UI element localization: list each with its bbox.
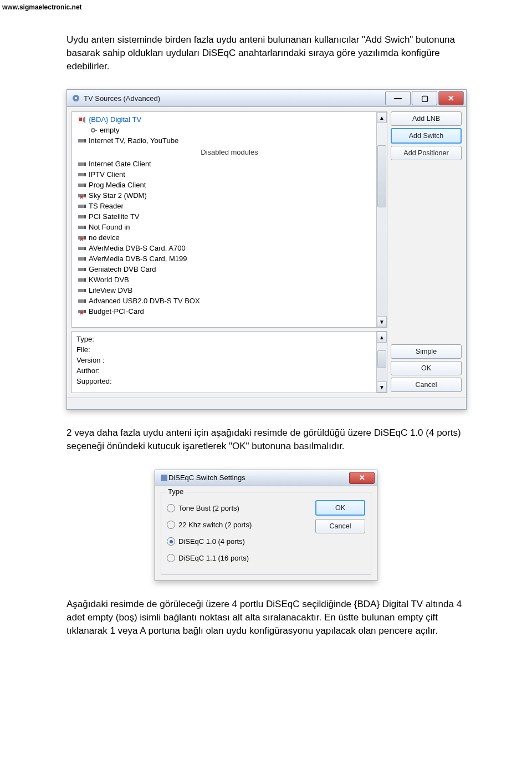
radio-tone-bust[interactable]: Tone Bust (2 ports) <box>167 500 309 517</box>
tree-row[interactable]: Prog Media Client <box>72 180 387 190</box>
svg-rect-40 <box>161 475 167 481</box>
module-icon <box>78 170 86 179</box>
window-title: DiSEqC Switch Settings <box>168 473 349 482</box>
module-icon <box>78 276 86 284</box>
svg-rect-35 <box>78 299 84 303</box>
tv-sources-window: TV Sources (Advanced) — ▢ ✕ {BDA} Digita… <box>66 89 467 410</box>
svg-rect-9 <box>78 173 84 176</box>
svg-rect-11 <box>78 184 84 187</box>
module-icon <box>78 265 86 274</box>
module-icon <box>78 136 86 145</box>
info-author: Author: <box>76 365 382 376</box>
add-switch-button[interactable]: Add Switch <box>391 128 462 144</box>
svg-text:✕: ✕ <box>79 310 84 316</box>
svg-rect-14 <box>84 194 86 197</box>
satellite-icon <box>78 115 86 124</box>
svg-rect-33 <box>78 289 84 292</box>
tree-row-internet-tv[interactable]: Internet TV, Radio, YouTube <box>72 135 387 146</box>
info-type: Type: <box>76 334 382 344</box>
svg-rect-27 <box>78 257 84 261</box>
radio-icon <box>167 521 175 529</box>
paragraph-2: 2 veya daha fazla uydu anteni için aşağı… <box>66 426 466 453</box>
module-icon <box>78 297 86 306</box>
scroll-thumb[interactable] <box>377 145 386 207</box>
ok-button[interactable]: OK <box>315 500 365 516</box>
window-title: TV Sources (Advanced) <box>84 94 385 103</box>
svg-rect-19 <box>84 215 86 218</box>
close-button[interactable]: ✕ <box>438 91 464 105</box>
paragraph-1: Uydu anten sisteminde birden fazla uydu … <box>66 33 466 73</box>
svg-rect-16 <box>78 205 84 208</box>
tree-row[interactable]: ✕Sky Star 2 (WDM) <box>72 190 387 201</box>
ok-button[interactable]: OK <box>391 361 462 375</box>
tree-row[interactable]: TS Reader <box>72 201 387 211</box>
module-error-icon: ✕ <box>78 191 86 200</box>
status-bar <box>67 398 466 409</box>
module-icon <box>78 202 86 211</box>
titlebar: DiSEqC Switch Settings ✕ <box>155 470 377 486</box>
tree-scrollbar[interactable]: ▲ ▼ <box>376 112 387 327</box>
radio-diseqc-1-1[interactable]: DiSEqC 1.1 (16 ports) <box>167 550 309 567</box>
tree-row[interactable]: Geniatech DVB Card <box>72 264 387 274</box>
svg-rect-20 <box>78 226 84 229</box>
svg-rect-12 <box>84 184 86 187</box>
svg-rect-26 <box>84 247 86 250</box>
module-icon <box>78 181 86 190</box>
tree-row[interactable]: KWorld DVB <box>72 274 387 285</box>
svg-rect-7 <box>78 162 84 166</box>
tree-row[interactable]: Internet Gate Client <box>72 159 387 169</box>
cancel-button[interactable]: Cancel <box>315 519 365 533</box>
tree-row-bda[interactable]: {BDA} Digital TV <box>72 114 387 125</box>
add-positioner-button[interactable]: Add Positioner <box>391 146 462 160</box>
svg-rect-31 <box>78 278 84 282</box>
tree-row[interactable]: ✕Budget-PCI-Card <box>72 306 387 317</box>
info-scrollbar[interactable]: ▲ ▼ <box>376 332 387 393</box>
svg-rect-10 <box>84 173 86 176</box>
tree-row[interactable]: AVerMedia DVB-S Card, M199 <box>72 253 387 264</box>
radio-diseqc-1-0[interactable]: DiSEqC 1.0 (4 ports) <box>167 533 309 550</box>
module-icon <box>78 254 86 263</box>
tree-row[interactable]: PCI Satellite TV <box>72 211 387 222</box>
svg-rect-23 <box>84 236 86 240</box>
close-button[interactable]: ✕ <box>349 472 375 484</box>
tree-row[interactable]: ✕no device <box>72 232 387 243</box>
svg-rect-25 <box>78 247 84 250</box>
tree-row[interactable]: LifeView DVB <box>72 285 387 296</box>
app-icon <box>71 94 80 103</box>
tree-row[interactable]: AVerMedia DVB-S Card, A700 <box>72 243 387 253</box>
svg-rect-29 <box>78 268 84 271</box>
type-group: Type Tone Bust (2 ports) 22 Khz switch (… <box>161 492 371 575</box>
tree-row-empty[interactable]: empty <box>72 125 387 135</box>
svg-rect-30 <box>84 268 86 271</box>
tree-row[interactable]: Advanced USB2.0 DVB-S TV BOX <box>72 296 387 306</box>
scroll-down-icon[interactable]: ▼ <box>377 381 387 393</box>
minimize-button[interactable]: — <box>385 91 411 105</box>
diseqc-settings-window: DiSEqC Switch Settings ✕ Type Tone Bust … <box>155 470 377 581</box>
module-icon <box>78 244 86 253</box>
module-error-icon: ✕ <box>78 233 86 242</box>
svg-point-1 <box>75 97 77 99</box>
svg-rect-18 <box>78 215 84 218</box>
source-tree[interactable]: {BDA} Digital TV empty Internet TV, Radi… <box>71 111 387 328</box>
module-icon <box>78 212 86 221</box>
page-url: www.sigmaelectronic.net <box>0 0 532 11</box>
radio-icon <box>167 537 175 546</box>
scroll-thumb[interactable] <box>377 350 386 368</box>
svg-rect-2 <box>79 118 82 121</box>
cancel-button[interactable]: Cancel <box>391 378 462 392</box>
tree-row[interactable]: IPTV Client <box>72 169 387 180</box>
maximize-button[interactable]: ▢ <box>412 91 437 105</box>
info-file: File: <box>76 344 382 355</box>
group-legend: Type <box>166 487 186 496</box>
info-version: Version : <box>76 355 382 365</box>
add-lnb-button[interactable]: Add LNB <box>391 111 462 126</box>
paragraph-3: Aşağıdaki resimde de görüleceği üzere 4 … <box>66 598 466 637</box>
disabled-modules-header: Disabled modules <box>72 146 387 159</box>
scroll-up-icon[interactable]: ▲ <box>377 332 387 343</box>
scroll-up-icon[interactable]: ▲ <box>377 112 387 123</box>
scroll-down-icon[interactable]: ▼ <box>377 316 387 327</box>
tree-row[interactable]: Not Found in <box>72 222 387 232</box>
simple-button[interactable]: Simple <box>391 344 462 359</box>
svg-point-3 <box>91 129 95 132</box>
radio-22khz[interactable]: 22 Khz switch (2 ports) <box>167 517 309 533</box>
